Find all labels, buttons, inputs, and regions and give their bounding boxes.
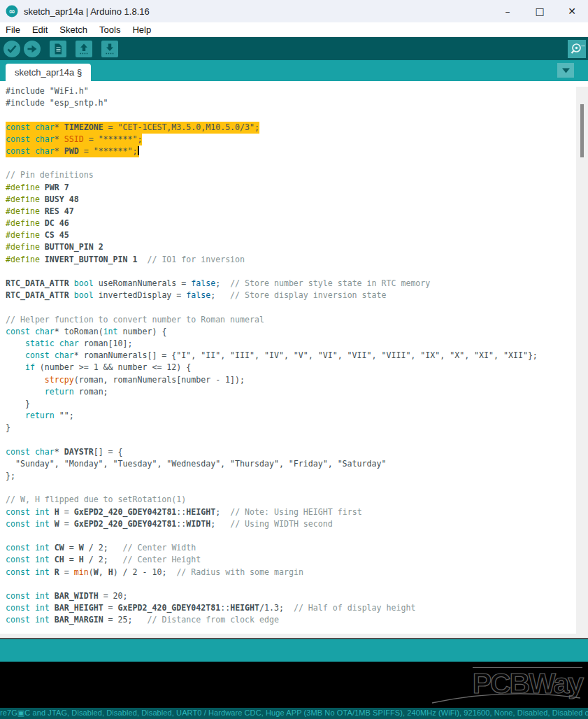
code-line: const char* DAYSTR[] = { <box>6 446 538 458</box>
code-line: #define PWR 7 <box>6 182 538 194</box>
close-button[interactable]: ✕ <box>556 0 588 22</box>
code-line: const int BAR_WIDTH = 20; <box>6 590 538 602</box>
code-line: // Pin definitions <box>6 169 538 181</box>
code-line <box>6 434 538 446</box>
tab-label: sketch_apr14a § <box>15 67 82 78</box>
code-area[interactable]: #include "WiFi.h"#include "esp_sntp.h"co… <box>6 85 538 626</box>
code-line: if (number >= 1 && number <= 12) { <box>6 362 538 373</box>
new-sketch-button[interactable] <box>49 40 67 58</box>
selected-text: const char* SSID = "******"; <box>6 134 142 145</box>
code-line: const char* toRoman(int number) { <box>6 326 538 338</box>
upload-button[interactable] <box>23 40 41 58</box>
text-cursor <box>138 146 139 155</box>
code-line: const int R = min(W, H) / 2 - 10; // Rad… <box>6 567 538 578</box>
code-line: #define CS 45 <box>6 229 538 241</box>
selected-text: const char* TIMEZONE = "CET-1CEST,M3.5.0… <box>6 122 259 134</box>
document-icon <box>55 43 62 54</box>
arduino-ide-window: ∞ sketch_apr14a | Arduino 1.8.16 – □ ✕ F… <box>0 0 588 719</box>
code-line <box>6 578 538 590</box>
board-status-bar: re7G▣C and JTAG, Disabled, Disabled, Dis… <box>0 708 588 719</box>
code-line: static char roman[10]; <box>6 338 538 350</box>
menu-bar: File Edit Sketch Tools Help <box>0 22 588 37</box>
board-status-text: re7G▣C and JTAG, Disabled, Disabled, Dis… <box>0 709 588 718</box>
code-line <box>6 157 538 169</box>
code-line: return ""; <box>6 410 538 422</box>
save-button[interactable] <box>101 40 119 58</box>
menu-file[interactable]: File <box>6 24 20 35</box>
selected-text: const char* PWD = "******"; <box>6 145 139 157</box>
console-output: PCBWay <box>0 662 588 708</box>
code-line <box>6 530 538 542</box>
window-title: sketch_apr14a | Arduino 1.8.16 <box>24 6 150 17</box>
tab-sketch-apr14a[interactable]: sketch_apr14a § <box>6 64 91 81</box>
menu-edit[interactable]: Edit <box>32 24 48 35</box>
code-line: // W, H flipped due to setRotation(1) <box>6 494 538 506</box>
code-line: const int H = GxEPD2_420_GDEY042T81::HEI… <box>6 506 538 518</box>
code-line: const char* PWD = "******"; <box>6 145 538 157</box>
code-line <box>6 109 538 121</box>
code-editor[interactable]: #include "WiFi.h"#include "esp_sntp.h"co… <box>0 81 588 634</box>
code-line: strcpy(roman, romanNumerals[number - 1])… <box>6 374 538 386</box>
code-line: #include "WiFi.h" <box>6 85 538 97</box>
code-line: #define BUTTON_PIN 2 <box>6 241 538 253</box>
code-line: "Sunday", "Monday", "Tuesday", "Wednesda… <box>6 458 538 470</box>
code-line <box>6 301 538 313</box>
code-line: } <box>6 398 538 410</box>
code-line: const int CW = W / 2; // Center Width <box>6 542 538 554</box>
menu-tools[interactable]: Tools <box>99 24 120 35</box>
minimize-button[interactable]: – <box>492 0 524 22</box>
code-line: RTC_DATA_ATTR bool useRomanNumerals = fa… <box>6 278 538 290</box>
code-line: const int BAR_MARGIN = 25; // Distance f… <box>6 614 538 626</box>
code-line: const int W = GxEPD2_420_GDEY042T81::WID… <box>6 518 538 530</box>
code-line: #define RES 47 <box>6 206 538 218</box>
code-line <box>6 482 538 494</box>
status-strip <box>0 639 588 662</box>
tab-strip: sketch_apr14a § <box>0 60 588 81</box>
code-line: } <box>6 422 538 434</box>
code-line: #include "esp_sntp.h" <box>6 97 538 109</box>
code-line: const char* SSID = "******"; <box>6 134 538 145</box>
menu-sketch[interactable]: Sketch <box>59 24 87 35</box>
code-line: const char* romanNumerals[] = {"I", "II"… <box>6 350 538 362</box>
pcbway-watermark: PCBWay <box>432 667 582 704</box>
code-line: #define BUSY 48 <box>6 194 538 206</box>
menu-help[interactable]: Help <box>132 24 151 35</box>
open-button[interactable] <box>75 40 93 58</box>
code-line: const int CH = H / 2; // Center Height <box>6 554 538 566</box>
code-line: // Helper function to convert number to … <box>6 314 538 326</box>
maximize-button[interactable]: □ <box>524 0 556 22</box>
code-line: const int BAR_HEIGHT = GxEPD2_420_GDEY04… <box>6 602 538 614</box>
arduino-logo-icon: ∞ <box>6 5 18 17</box>
scrollbar-thumb[interactable] <box>580 104 584 157</box>
toolbar <box>0 37 588 60</box>
verify-button[interactable] <box>3 40 21 58</box>
title-bar: ∞ sketch_apr14a | Arduino 1.8.16 – □ ✕ <box>0 0 588 22</box>
code-line: #define DC 46 <box>6 218 538 229</box>
code-line: }; <box>6 470 538 482</box>
chevron-down-icon <box>562 68 570 73</box>
svg-text:∞: ∞ <box>8 7 15 16</box>
code-line: RTC_DATA_ATTR bool invertedDisplay = fal… <box>6 290 538 301</box>
serial-monitor-button[interactable] <box>568 40 586 58</box>
vertical-scrollbar[interactable] <box>576 87 588 634</box>
code-line: return roman; <box>6 386 538 398</box>
code-line <box>6 266 538 278</box>
code-line: #define INVERT_BUTTON_PIN 1 // IO1 for i… <box>6 254 538 266</box>
code-line: const char* TIMEZONE = "CET-1CEST,M3.5.0… <box>6 122 538 134</box>
tab-list-dropdown-button[interactable] <box>557 63 574 78</box>
